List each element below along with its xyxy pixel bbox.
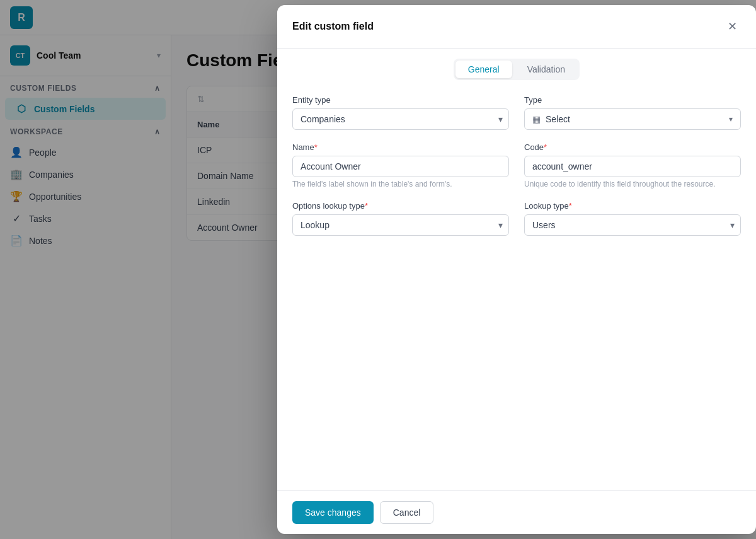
modal-tabs: General Validation — [277, 49, 756, 80]
lookup-type-select[interactable]: Users People Companies — [524, 214, 741, 236]
code-input[interactable] — [524, 156, 741, 177]
options-lookup-type-select[interactable]: Lookup Static — [292, 214, 509, 236]
name-required-indicator: * — [314, 142, 318, 152]
tab-general[interactable]: General — [455, 61, 512, 78]
form-row-entity-type: Entity type Companies People Opportuniti… — [292, 95, 741, 130]
name-input[interactable] — [292, 156, 509, 177]
tab-validation[interactable]: Validation — [515, 61, 578, 78]
modal-footer: Save changes Cancel — [277, 490, 756, 534]
entity-type-label: Entity type — [292, 95, 509, 105]
save-changes-button[interactable]: Save changes — [292, 501, 374, 524]
type-chevron-icon: ▾ — [729, 115, 733, 124]
options-lookup-type-select-wrapper: Lookup Static — [292, 214, 509, 236]
name-hint: The field's label shown in the table's a… — [292, 180, 509, 188]
form-row-name-code: Name* The field's label shown in the tab… — [292, 142, 741, 188]
name-group: Name* The field's label shown in the tab… — [292, 142, 509, 188]
options-lookup-required-indicator: * — [365, 201, 368, 211]
entity-type-group: Entity type Companies People Opportuniti… — [292, 95, 509, 130]
code-group: Code* Unique code to identify this field… — [524, 142, 741, 188]
code-hint: Unique code to identify this field throu… — [524, 180, 741, 188]
code-label: Code* — [524, 142, 741, 152]
type-value: Select — [546, 114, 724, 124]
cancel-button[interactable]: Cancel — [380, 501, 434, 524]
entity-type-select-wrapper: Companies People Opportunities — [292, 108, 509, 130]
type-label: Type — [524, 95, 741, 105]
lookup-type-required-indicator: * — [569, 201, 572, 211]
type-field-icon: ▦ — [532, 114, 541, 124]
name-label: Name* — [292, 142, 509, 152]
modal-header: Edit custom field ✕ — [277, 5, 756, 49]
type-select[interactable]: ▦ Select ▾ — [524, 108, 741, 130]
lookup-type-label: Lookup type* — [524, 201, 741, 211]
options-lookup-type-group: Options lookup type* Lookup Static — [292, 201, 509, 236]
entity-type-select[interactable]: Companies People Opportunities — [292, 108, 509, 130]
code-required-indicator: * — [544, 142, 547, 152]
form-row-lookup: Options lookup type* Lookup Static Looku… — [292, 201, 741, 236]
type-group: Type ▦ Select ▾ — [524, 95, 741, 130]
options-lookup-type-label: Options lookup type* — [292, 201, 509, 211]
lookup-type-group: Lookup type* Users People Companies — [524, 201, 741, 236]
modal-title: Edit custom field — [292, 21, 374, 32]
modal-body: Entity type Companies People Opportuniti… — [277, 80, 756, 490]
close-button[interactable]: ✕ — [723, 18, 741, 35]
tabs-row: General Validation — [454, 59, 580, 80]
edit-custom-field-modal: Edit custom field ✕ General Validation E… — [277, 5, 756, 534]
lookup-type-select-wrapper: Users People Companies — [524, 214, 741, 236]
